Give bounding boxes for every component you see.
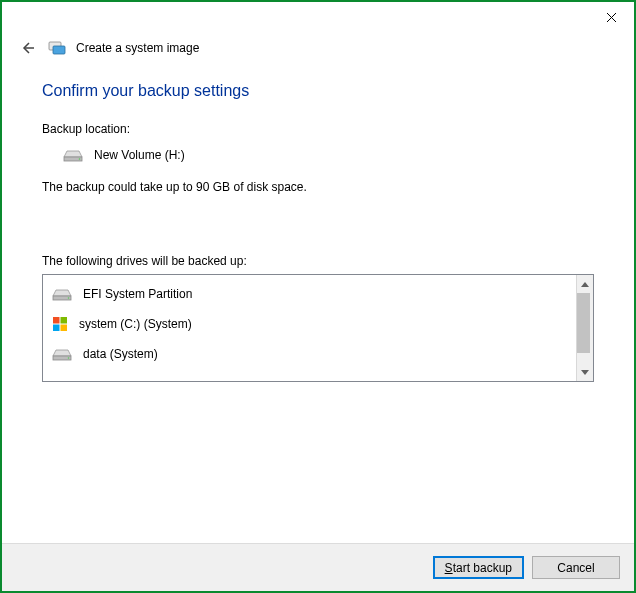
svg-point-10 bbox=[68, 297, 70, 299]
backup-size-note: The backup could take up to 90 GB of dis… bbox=[42, 180, 594, 194]
system-image-icon bbox=[48, 39, 66, 57]
svg-marker-19 bbox=[581, 370, 589, 375]
svg-rect-14 bbox=[61, 325, 68, 332]
svg-point-7 bbox=[79, 158, 81, 160]
list-item[interactable]: data (System) bbox=[43, 339, 576, 369]
drive-icon bbox=[62, 146, 84, 164]
backup-location-value: New Volume (H:) bbox=[94, 148, 185, 162]
svg-rect-4 bbox=[53, 46, 65, 54]
drives-list-label: The following drives will be backed up: bbox=[42, 254, 594, 268]
svg-marker-18 bbox=[581, 282, 589, 287]
drives-list: EFI System Partition system (C:) (System… bbox=[43, 275, 576, 381]
drive-label: EFI System Partition bbox=[83, 287, 192, 301]
windows-icon bbox=[51, 315, 69, 333]
cancel-button[interactable]: Cancel bbox=[532, 556, 620, 579]
close-button[interactable] bbox=[596, 6, 626, 28]
svg-marker-8 bbox=[53, 290, 71, 296]
drives-listbox: EFI System Partition system (C:) (System… bbox=[42, 274, 594, 382]
backup-location-row: New Volume (H:) bbox=[62, 146, 594, 164]
drive-label: data (System) bbox=[83, 347, 158, 361]
list-item[interactable]: system (C:) (System) bbox=[43, 309, 576, 339]
start-backup-button[interactable]: Start backup bbox=[433, 556, 524, 579]
start-backup-label-rest: tart backup bbox=[453, 561, 512, 575]
scroll-down-arrow-icon[interactable] bbox=[577, 365, 594, 379]
svg-rect-13 bbox=[53, 325, 60, 332]
svg-rect-12 bbox=[61, 317, 68, 324]
backup-location-label: Backup location: bbox=[42, 122, 594, 136]
list-item[interactable]: EFI System Partition bbox=[43, 279, 576, 309]
wizard-content: Confirm your backup settings Backup loca… bbox=[2, 72, 634, 543]
drive-label: system (C:) (System) bbox=[79, 317, 192, 331]
titlebar bbox=[2, 2, 634, 32]
drive-icon bbox=[51, 285, 73, 303]
back-button[interactable] bbox=[18, 38, 38, 58]
svg-rect-11 bbox=[53, 317, 60, 324]
back-arrow-icon bbox=[20, 40, 36, 56]
svg-marker-5 bbox=[64, 151, 82, 157]
drive-icon bbox=[51, 345, 73, 363]
wizard-title: Create a system image bbox=[76, 41, 199, 55]
close-icon bbox=[606, 12, 617, 23]
wizard-footer: Start backup Cancel bbox=[2, 543, 634, 591]
svg-marker-15 bbox=[53, 350, 71, 356]
scrollbar[interactable] bbox=[576, 275, 593, 381]
svg-point-17 bbox=[68, 357, 70, 359]
page-heading: Confirm your backup settings bbox=[42, 82, 594, 100]
wizard-window: Create a system image Confirm your backu… bbox=[0, 0, 636, 593]
scroll-up-arrow-icon[interactable] bbox=[577, 277, 594, 291]
wizard-header: Create a system image bbox=[2, 32, 634, 72]
scroll-thumb[interactable] bbox=[577, 293, 590, 353]
